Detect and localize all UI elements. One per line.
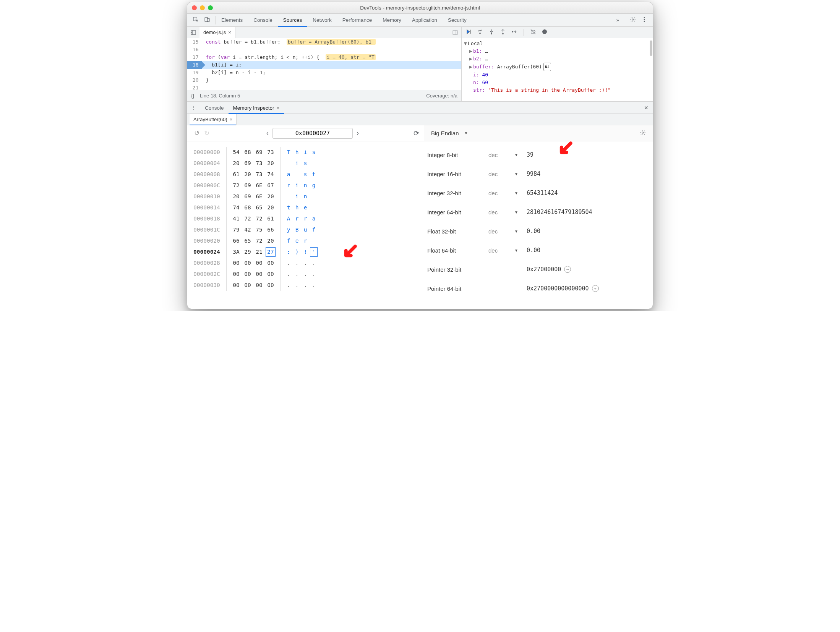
deactivate-breakpoints-icon[interactable]	[530, 29, 536, 36]
minimize-window-button[interactable]	[200, 5, 205, 10]
hex-byte[interactable]: 67	[265, 180, 276, 191]
address-input[interactable]	[272, 128, 353, 139]
close-window-button[interactable]	[192, 5, 197, 10]
file-tab-demo-js[interactable]: demo-js.js ×	[199, 27, 235, 38]
memory-icon[interactable]: �⅃	[543, 63, 551, 71]
tab-console[interactable]: Console	[200, 102, 229, 114]
hex-ascii[interactable]: .	[310, 258, 318, 269]
hex-byte[interactable]: 00	[265, 280, 276, 291]
scope-tree[interactable]: ▼Local ▶b1: … ▶b2: … ▶buffer: ArrayBuffe…	[462, 38, 653, 96]
pause-exceptions-icon[interactable]	[542, 29, 548, 36]
hex-ascii[interactable]: .	[301, 258, 310, 269]
hex-ascii[interactable]: t	[310, 169, 318, 180]
main-tab-elements[interactable]: Elements	[216, 14, 248, 27]
hex-grid[interactable]: 0000000054686973This0000000420697320 is …	[187, 141, 424, 302]
hex-byte[interactable]: 72	[242, 213, 253, 224]
hex-ascii[interactable]: .	[293, 258, 301, 269]
hex-byte[interactable]: 00	[265, 258, 276, 269]
format-select[interactable]: dec▼	[488, 152, 527, 158]
hex-byte[interactable]: 69	[242, 191, 253, 202]
hex-ascii[interactable]: !	[301, 246, 310, 258]
main-tab-sources[interactable]: Sources	[278, 14, 308, 27]
format-select[interactable]: dec▼	[488, 190, 527, 196]
settings-icon[interactable]	[630, 16, 636, 24]
undo-icon[interactable]: ↺	[192, 129, 202, 137]
hex-ascii[interactable]: h	[293, 202, 301, 213]
hex-ascii[interactable]: )	[293, 246, 301, 258]
endian-select[interactable]: Big Endian	[431, 130, 459, 136]
hex-byte[interactable]: 69	[253, 147, 265, 158]
hex-ascii[interactable]: g	[310, 180, 318, 191]
hex-ascii[interactable]: s	[310, 147, 318, 158]
hex-byte[interactable]: 65	[242, 235, 253, 246]
hex-byte[interactable]: 20	[265, 202, 276, 213]
hex-byte[interactable]: 74	[265, 169, 276, 180]
hex-ascii[interactable]	[310, 202, 318, 213]
hex-byte[interactable]: 00	[253, 258, 265, 269]
hex-byte[interactable]: 73	[265, 147, 276, 158]
hex-byte[interactable]: 66	[265, 224, 276, 235]
hex-ascii[interactable]: .	[284, 269, 293, 280]
hex-ascii[interactable]: i	[293, 158, 301, 169]
hex-byte[interactable]: 65	[253, 202, 265, 213]
kebab-menu-icon[interactable]	[641, 16, 647, 24]
hex-ascii[interactable]: r	[293, 213, 301, 224]
hex-byte[interactable]: 6E	[253, 180, 265, 191]
hex-byte[interactable]: 41	[230, 213, 242, 224]
hex-byte[interactable]: 69	[242, 158, 253, 169]
step-into-icon[interactable]	[488, 29, 495, 36]
hex-byte[interactable]: 54	[230, 147, 242, 158]
hex-ascii[interactable]: f	[284, 235, 293, 246]
hex-ascii[interactable]: .	[293, 280, 301, 291]
hex-byte[interactable]: 66	[230, 235, 242, 246]
format-select[interactable]: dec▼	[488, 247, 527, 254]
hex-ascii[interactable]: u	[301, 224, 310, 235]
hex-byte[interactable]: 3A	[230, 246, 242, 258]
hex-byte[interactable]: 00	[230, 280, 242, 291]
hex-byte[interactable]: 20	[230, 191, 242, 202]
settings-icon[interactable]	[640, 130, 646, 137]
hex-ascii[interactable]: r	[301, 213, 310, 224]
close-buffer-icon[interactable]: ×	[230, 117, 233, 122]
hex-ascii[interactable]	[310, 191, 318, 202]
hex-ascii[interactable]: a	[284, 169, 293, 180]
hex-ascii[interactable]: e	[301, 202, 310, 213]
hex-ascii[interactable]	[284, 158, 293, 169]
maximize-window-button[interactable]	[208, 5, 213, 10]
main-tab-memory[interactable]: Memory	[377, 14, 407, 27]
hex-byte[interactable]: 21	[253, 246, 265, 258]
hex-byte[interactable]: 72	[253, 213, 265, 224]
hex-ascii[interactable]: r	[284, 180, 293, 191]
main-tab-performance[interactable]: Performance	[337, 14, 377, 27]
step-over-icon[interactable]	[477, 29, 483, 36]
hex-ascii[interactable]: B	[293, 224, 301, 235]
hex-ascii[interactable]: i	[293, 180, 301, 191]
snippets-run-icon[interactable]	[449, 29, 461, 36]
hex-byte[interactable]: 72	[230, 180, 242, 191]
hex-byte[interactable]: 68	[242, 202, 253, 213]
hex-ascii[interactable]: s	[301, 169, 310, 180]
main-tab-application[interactable]: Application	[407, 14, 443, 27]
step-out-icon[interactable]	[500, 29, 506, 36]
hex-byte[interactable]: 00	[230, 258, 242, 269]
code-editor[interactable]: 15 const buffer = b1.buffer; buffer = Ar…	[187, 38, 461, 90]
hex-ascii[interactable]: .	[284, 280, 293, 291]
hex-byte[interactable]: 61	[230, 169, 242, 180]
inspect-icon[interactable]	[193, 16, 199, 24]
drawer-menu-icon[interactable]: ⋮	[187, 102, 200, 114]
hex-byte[interactable]: 20	[242, 169, 253, 180]
hex-byte[interactable]: 00	[242, 269, 253, 280]
hex-ascii[interactable]: y	[284, 224, 293, 235]
device-toggle-icon[interactable]	[204, 16, 210, 24]
hex-ascii[interactable]: i	[293, 191, 301, 202]
hex-ascii[interactable]	[310, 158, 318, 169]
main-tab-security[interactable]: Security	[443, 14, 472, 27]
hex-ascii[interactable]: a	[310, 213, 318, 224]
hex-byte[interactable]: 79	[230, 224, 242, 235]
main-tab-console[interactable]: Console	[248, 14, 278, 27]
memory-buffer-tab[interactable]: ArrayBuffer(60) ×	[190, 114, 237, 125]
hex-ascii[interactable]	[284, 191, 293, 202]
hex-ascii[interactable]	[310, 235, 318, 246]
hex-byte[interactable]: 6E	[253, 191, 265, 202]
tab-memory-inspector[interactable]: Memory Inspector ×	[229, 102, 284, 114]
